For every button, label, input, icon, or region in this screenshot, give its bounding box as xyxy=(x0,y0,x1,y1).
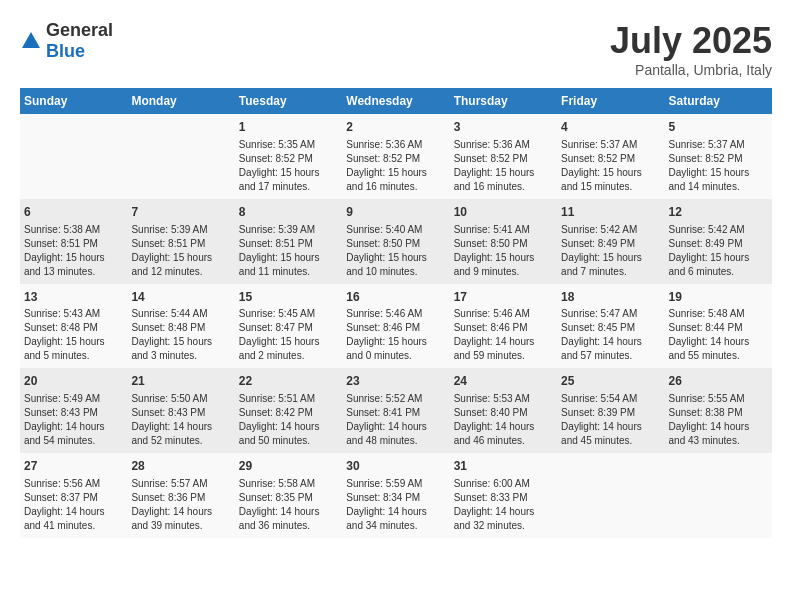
day-number: 31 xyxy=(454,458,553,475)
day-number: 22 xyxy=(239,373,338,390)
calendar-cell: 27Sunrise: 5:56 AM Sunset: 8:37 PM Dayli… xyxy=(20,453,127,538)
calendar-week-row: 20Sunrise: 5:49 AM Sunset: 8:43 PM Dayli… xyxy=(20,368,772,453)
day-content: Sunrise: 5:42 AM Sunset: 8:49 PM Dayligh… xyxy=(561,223,660,279)
calendar-cell: 15Sunrise: 5:45 AM Sunset: 8:47 PM Dayli… xyxy=(235,284,342,369)
day-content: Sunrise: 5:37 AM Sunset: 8:52 PM Dayligh… xyxy=(669,138,768,194)
calendar-cell: 11Sunrise: 5:42 AM Sunset: 8:49 PM Dayli… xyxy=(557,199,664,284)
day-number: 19 xyxy=(669,289,768,306)
day-content: Sunrise: 5:38 AM Sunset: 8:51 PM Dayligh… xyxy=(24,223,123,279)
weekday-header-wednesday: Wednesday xyxy=(342,88,449,114)
day-content: Sunrise: 5:46 AM Sunset: 8:46 PM Dayligh… xyxy=(454,307,553,363)
calendar-week-row: 27Sunrise: 5:56 AM Sunset: 8:37 PM Dayli… xyxy=(20,453,772,538)
day-content: Sunrise: 5:57 AM Sunset: 8:36 PM Dayligh… xyxy=(131,477,230,533)
calendar-cell: 3Sunrise: 5:36 AM Sunset: 8:52 PM Daylig… xyxy=(450,114,557,199)
calendar-cell: 14Sunrise: 5:44 AM Sunset: 8:48 PM Dayli… xyxy=(127,284,234,369)
day-number: 14 xyxy=(131,289,230,306)
day-number: 12 xyxy=(669,204,768,221)
weekday-header-saturday: Saturday xyxy=(665,88,772,114)
day-number: 11 xyxy=(561,204,660,221)
day-content: Sunrise: 5:42 AM Sunset: 8:49 PM Dayligh… xyxy=(669,223,768,279)
day-content: Sunrise: 5:35 AM Sunset: 8:52 PM Dayligh… xyxy=(239,138,338,194)
calendar-week-row: 13Sunrise: 5:43 AM Sunset: 8:48 PM Dayli… xyxy=(20,284,772,369)
day-number: 1 xyxy=(239,119,338,136)
calendar-cell: 4Sunrise: 5:37 AM Sunset: 8:52 PM Daylig… xyxy=(557,114,664,199)
day-content: Sunrise: 5:41 AM Sunset: 8:50 PM Dayligh… xyxy=(454,223,553,279)
weekday-header-friday: Friday xyxy=(557,88,664,114)
day-content: Sunrise: 6:00 AM Sunset: 8:33 PM Dayligh… xyxy=(454,477,553,533)
day-content: Sunrise: 5:37 AM Sunset: 8:52 PM Dayligh… xyxy=(561,138,660,194)
weekday-header-sunday: Sunday xyxy=(20,88,127,114)
day-number: 17 xyxy=(454,289,553,306)
day-content: Sunrise: 5:36 AM Sunset: 8:52 PM Dayligh… xyxy=(346,138,445,194)
logo-blue: Blue xyxy=(46,41,85,61)
day-content: Sunrise: 5:50 AM Sunset: 8:43 PM Dayligh… xyxy=(131,392,230,448)
calendar-cell xyxy=(20,114,127,199)
day-content: Sunrise: 5:44 AM Sunset: 8:48 PM Dayligh… xyxy=(131,307,230,363)
calendar-cell: 21Sunrise: 5:50 AM Sunset: 8:43 PM Dayli… xyxy=(127,368,234,453)
calendar-cell: 16Sunrise: 5:46 AM Sunset: 8:46 PM Dayli… xyxy=(342,284,449,369)
day-content: Sunrise: 5:49 AM Sunset: 8:43 PM Dayligh… xyxy=(24,392,123,448)
day-number: 5 xyxy=(669,119,768,136)
day-number: 18 xyxy=(561,289,660,306)
logo: General Blue xyxy=(20,20,113,62)
weekday-header-thursday: Thursday xyxy=(450,88,557,114)
day-number: 10 xyxy=(454,204,553,221)
calendar-cell: 20Sunrise: 5:49 AM Sunset: 8:43 PM Dayli… xyxy=(20,368,127,453)
logo-icon xyxy=(20,30,42,52)
calendar-cell: 18Sunrise: 5:47 AM Sunset: 8:45 PM Dayli… xyxy=(557,284,664,369)
calendar-cell: 22Sunrise: 5:51 AM Sunset: 8:42 PM Dayli… xyxy=(235,368,342,453)
day-content: Sunrise: 5:47 AM Sunset: 8:45 PM Dayligh… xyxy=(561,307,660,363)
calendar-cell: 5Sunrise: 5:37 AM Sunset: 8:52 PM Daylig… xyxy=(665,114,772,199)
calendar-cell xyxy=(127,114,234,199)
calendar-cell: 28Sunrise: 5:57 AM Sunset: 8:36 PM Dayli… xyxy=(127,453,234,538)
calendar-cell: 24Sunrise: 5:53 AM Sunset: 8:40 PM Dayli… xyxy=(450,368,557,453)
calendar-cell: 29Sunrise: 5:58 AM Sunset: 8:35 PM Dayli… xyxy=(235,453,342,538)
day-number: 21 xyxy=(131,373,230,390)
calendar-cell: 8Sunrise: 5:39 AM Sunset: 8:51 PM Daylig… xyxy=(235,199,342,284)
page-header: General Blue July 2025 Pantalla, Umbria,… xyxy=(20,20,772,78)
day-number: 15 xyxy=(239,289,338,306)
calendar-cell: 2Sunrise: 5:36 AM Sunset: 8:52 PM Daylig… xyxy=(342,114,449,199)
calendar-cell: 26Sunrise: 5:55 AM Sunset: 8:38 PM Dayli… xyxy=(665,368,772,453)
day-content: Sunrise: 5:53 AM Sunset: 8:40 PM Dayligh… xyxy=(454,392,553,448)
day-content: Sunrise: 5:39 AM Sunset: 8:51 PM Dayligh… xyxy=(131,223,230,279)
day-content: Sunrise: 5:56 AM Sunset: 8:37 PM Dayligh… xyxy=(24,477,123,533)
weekday-header-tuesday: Tuesday xyxy=(235,88,342,114)
calendar-cell xyxy=(557,453,664,538)
calendar-cell: 31Sunrise: 6:00 AM Sunset: 8:33 PM Dayli… xyxy=(450,453,557,538)
logo-general: General xyxy=(46,20,113,40)
calendar-cell xyxy=(665,453,772,538)
day-content: Sunrise: 5:40 AM Sunset: 8:50 PM Dayligh… xyxy=(346,223,445,279)
day-number: 26 xyxy=(669,373,768,390)
calendar-cell: 6Sunrise: 5:38 AM Sunset: 8:51 PM Daylig… xyxy=(20,199,127,284)
calendar-cell: 25Sunrise: 5:54 AM Sunset: 8:39 PM Dayli… xyxy=(557,368,664,453)
calendar-cell: 12Sunrise: 5:42 AM Sunset: 8:49 PM Dayli… xyxy=(665,199,772,284)
logo-text: General Blue xyxy=(46,20,113,62)
day-number: 27 xyxy=(24,458,123,475)
day-content: Sunrise: 5:59 AM Sunset: 8:34 PM Dayligh… xyxy=(346,477,445,533)
calendar-cell: 19Sunrise: 5:48 AM Sunset: 8:44 PM Dayli… xyxy=(665,284,772,369)
day-number: 29 xyxy=(239,458,338,475)
day-number: 9 xyxy=(346,204,445,221)
calendar-week-row: 6Sunrise: 5:38 AM Sunset: 8:51 PM Daylig… xyxy=(20,199,772,284)
day-content: Sunrise: 5:39 AM Sunset: 8:51 PM Dayligh… xyxy=(239,223,338,279)
day-number: 28 xyxy=(131,458,230,475)
day-content: Sunrise: 5:46 AM Sunset: 8:46 PM Dayligh… xyxy=(346,307,445,363)
day-number: 13 xyxy=(24,289,123,306)
day-number: 30 xyxy=(346,458,445,475)
location-title: Pantalla, Umbria, Italy xyxy=(610,62,772,78)
day-number: 7 xyxy=(131,204,230,221)
day-content: Sunrise: 5:36 AM Sunset: 8:52 PM Dayligh… xyxy=(454,138,553,194)
calendar-cell: 1Sunrise: 5:35 AM Sunset: 8:52 PM Daylig… xyxy=(235,114,342,199)
calendar-cell: 9Sunrise: 5:40 AM Sunset: 8:50 PM Daylig… xyxy=(342,199,449,284)
day-content: Sunrise: 5:55 AM Sunset: 8:38 PM Dayligh… xyxy=(669,392,768,448)
day-content: Sunrise: 5:58 AM Sunset: 8:35 PM Dayligh… xyxy=(239,477,338,533)
calendar-cell: 13Sunrise: 5:43 AM Sunset: 8:48 PM Dayli… xyxy=(20,284,127,369)
day-content: Sunrise: 5:51 AM Sunset: 8:42 PM Dayligh… xyxy=(239,392,338,448)
day-number: 20 xyxy=(24,373,123,390)
calendar-cell: 30Sunrise: 5:59 AM Sunset: 8:34 PM Dayli… xyxy=(342,453,449,538)
day-content: Sunrise: 5:45 AM Sunset: 8:47 PM Dayligh… xyxy=(239,307,338,363)
day-content: Sunrise: 5:52 AM Sunset: 8:41 PM Dayligh… xyxy=(346,392,445,448)
calendar-cell: 23Sunrise: 5:52 AM Sunset: 8:41 PM Dayli… xyxy=(342,368,449,453)
day-content: Sunrise: 5:43 AM Sunset: 8:48 PM Dayligh… xyxy=(24,307,123,363)
